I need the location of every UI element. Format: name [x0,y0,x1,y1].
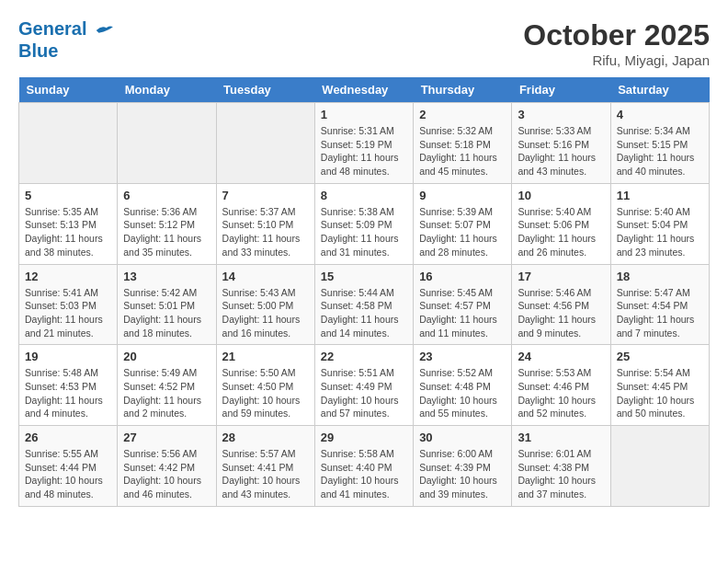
day-info: Sunrise: 5:47 AMSunset: 4:54 PMDaylight:… [617,286,703,340]
calendar-cell: 21Sunrise: 5:50 AMSunset: 4:50 PMDayligh… [216,345,314,426]
calendar-cell: 7Sunrise: 5:37 AMSunset: 5:10 PMDaylight… [216,183,314,264]
calendar-cell [118,103,216,184]
day-info: Sunrise: 5:40 AMSunset: 5:06 PMDaylight:… [518,205,604,259]
calendar-cell: 9Sunrise: 5:39 AMSunset: 5:07 PMDaylight… [414,183,512,264]
calendar-cell: 17Sunrise: 5:46 AMSunset: 4:56 PMDayligh… [512,264,610,345]
day-info: Sunrise: 5:45 AMSunset: 4:57 PMDaylight:… [419,286,506,340]
calendar-cell: 3Sunrise: 5:33 AMSunset: 5:16 PMDaylight… [512,103,610,184]
day-info: Sunrise: 5:53 AMSunset: 4:46 PMDaylight:… [518,366,604,420]
weekday-monday: Monday [118,77,216,103]
day-number: 14 [222,270,309,283]
calendar-cell: 30Sunrise: 6:00 AMSunset: 4:39 PMDayligh… [414,426,512,507]
day-info: Sunrise: 5:50 AMSunset: 4:50 PMDaylight:… [222,366,309,420]
weekday-saturday: Saturday [610,77,709,103]
day-number: 21 [222,350,309,363]
logo-blue-text: Blue [18,40,114,61]
calendar-cell: 27Sunrise: 5:56 AMSunset: 4:42 PMDayligh… [118,426,216,507]
calendar-cell: 5Sunrise: 5:35 AMSunset: 5:13 PMDaylight… [19,183,118,264]
calendar-cell: 19Sunrise: 5:48 AMSunset: 4:53 PMDayligh… [19,345,118,426]
week-row-5: 26Sunrise: 5:55 AMSunset: 4:44 PMDayligh… [19,426,710,507]
day-number: 30 [419,431,506,444]
calendar-table: SundayMondayTuesdayWednesdayThursdayFrid… [18,77,710,507]
calendar-cell: 18Sunrise: 5:47 AMSunset: 4:54 PMDayligh… [610,264,709,345]
day-info: Sunrise: 5:57 AMSunset: 4:41 PMDaylight:… [222,447,309,501]
calendar-cell [216,103,314,184]
day-number: 17 [518,270,604,283]
weekday-sunday: Sunday [19,77,118,103]
logo-text: General [18,18,114,40]
month-title: October 2025 [523,18,710,52]
day-info: Sunrise: 5:32 AMSunset: 5:18 PMDaylight:… [419,124,506,178]
week-row-2: 5Sunrise: 5:35 AMSunset: 5:13 PMDaylight… [19,183,710,264]
day-number: 10 [518,189,604,202]
calendar-cell: 4Sunrise: 5:34 AMSunset: 5:15 PMDaylight… [610,103,709,184]
day-number: 13 [123,270,210,283]
day-number: 20 [123,350,210,363]
day-info: Sunrise: 5:39 AMSunset: 5:07 PMDaylight:… [419,205,506,259]
day-number: 3 [518,108,604,121]
day-info: Sunrise: 5:33 AMSunset: 5:16 PMDaylight:… [518,124,604,178]
day-info: Sunrise: 5:44 AMSunset: 4:58 PMDaylight:… [321,286,407,340]
day-info: Sunrise: 6:01 AMSunset: 4:38 PMDaylight:… [518,447,604,501]
calendar-cell [610,426,709,507]
calendar-cell: 15Sunrise: 5:44 AMSunset: 4:58 PMDayligh… [314,264,413,345]
calendar-cell: 28Sunrise: 5:57 AMSunset: 4:41 PMDayligh… [216,426,314,507]
calendar-cell: 24Sunrise: 5:53 AMSunset: 4:46 PMDayligh… [512,345,610,426]
day-number: 6 [123,189,210,202]
calendar-cell: 8Sunrise: 5:38 AMSunset: 5:09 PMDaylight… [314,183,413,264]
weekday-header-row: SundayMondayTuesdayWednesdayThursdayFrid… [19,77,710,103]
day-info: Sunrise: 5:51 AMSunset: 4:49 PMDaylight:… [321,366,407,420]
day-info: Sunrise: 5:35 AMSunset: 5:13 PMDaylight:… [25,205,111,259]
day-number: 8 [321,189,407,202]
day-info: Sunrise: 5:42 AMSunset: 5:01 PMDaylight:… [123,286,210,340]
day-number: 19 [25,350,111,363]
calendar-cell: 13Sunrise: 5:42 AMSunset: 5:01 PMDayligh… [118,264,216,345]
calendar-cell: 29Sunrise: 5:58 AMSunset: 4:40 PMDayligh… [314,426,413,507]
calendar-cell: 25Sunrise: 5:54 AMSunset: 4:45 PMDayligh… [610,345,709,426]
day-info: Sunrise: 5:34 AMSunset: 5:15 PMDaylight:… [617,124,703,178]
day-info: Sunrise: 5:54 AMSunset: 4:45 PMDaylight:… [617,366,703,420]
calendar-cell: 6Sunrise: 5:36 AMSunset: 5:12 PMDaylight… [118,183,216,264]
calendar-cell [19,103,118,184]
day-number: 24 [518,350,604,363]
calendar-cell: 16Sunrise: 5:45 AMSunset: 4:57 PMDayligh… [414,264,512,345]
day-number: 27 [123,431,210,444]
calendar-cell: 10Sunrise: 5:40 AMSunset: 5:06 PMDayligh… [512,183,610,264]
day-number: 7 [222,189,309,202]
calendar-cell: 26Sunrise: 5:55 AMSunset: 4:44 PMDayligh… [19,426,118,507]
day-number: 18 [617,270,703,283]
day-info: Sunrise: 5:31 AMSunset: 5:19 PMDaylight:… [321,124,407,178]
day-info: Sunrise: 5:36 AMSunset: 5:12 PMDaylight:… [123,205,210,259]
calendar-cell: 31Sunrise: 6:01 AMSunset: 4:38 PMDayligh… [512,426,610,507]
day-number: 16 [419,270,506,283]
day-number: 5 [25,189,111,202]
week-row-4: 19Sunrise: 5:48 AMSunset: 4:53 PMDayligh… [19,345,710,426]
day-info: Sunrise: 5:55 AMSunset: 4:44 PMDaylight:… [25,447,111,501]
page-header: General Blue October 2025 Rifu, Miyagi, … [18,18,710,68]
day-number: 12 [25,270,111,283]
logo: General Blue [18,18,114,61]
calendar-cell: 22Sunrise: 5:51 AMSunset: 4:49 PMDayligh… [314,345,413,426]
weekday-tuesday: Tuesday [216,77,314,103]
day-info: Sunrise: 5:43 AMSunset: 5:00 PMDaylight:… [222,286,309,340]
day-number: 9 [419,189,506,202]
day-number: 25 [617,350,703,363]
day-info: Sunrise: 5:49 AMSunset: 4:52 PMDaylight:… [123,366,210,420]
calendar-cell: 12Sunrise: 5:41 AMSunset: 5:03 PMDayligh… [19,264,118,345]
calendar-cell: 11Sunrise: 5:40 AMSunset: 5:04 PMDayligh… [610,183,709,264]
weekday-friday: Friday [512,77,610,103]
day-number: 1 [321,108,407,121]
day-number: 23 [419,350,506,363]
day-info: Sunrise: 5:58 AMSunset: 4:40 PMDaylight:… [321,447,407,501]
calendar-cell: 20Sunrise: 5:49 AMSunset: 4:52 PMDayligh… [118,345,216,426]
day-number: 26 [25,431,111,444]
day-number: 2 [419,108,506,121]
day-info: Sunrise: 5:48 AMSunset: 4:53 PMDaylight:… [25,366,111,420]
title-block: October 2025 Rifu, Miyagi, Japan [523,18,710,68]
day-info: Sunrise: 5:38 AMSunset: 5:09 PMDaylight:… [321,205,407,259]
day-number: 15 [321,270,407,283]
weekday-wednesday: Wednesday [314,77,413,103]
day-info: Sunrise: 5:40 AMSunset: 5:04 PMDaylight:… [617,205,703,259]
day-number: 11 [617,189,703,202]
bird-icon [94,20,114,40]
